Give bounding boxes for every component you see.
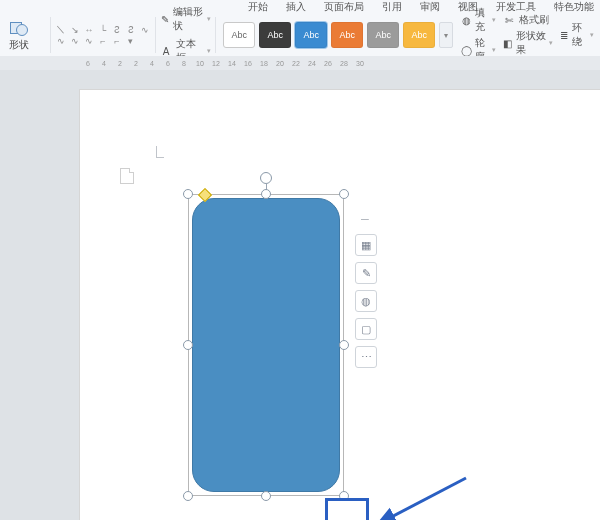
horizontal-ruler: 64224681012141618202224262830 bbox=[0, 56, 600, 70]
style-orange[interactable]: Abc bbox=[331, 22, 363, 48]
style-black[interactable]: Abc bbox=[259, 22, 291, 48]
minitool-fill-button[interactable]: ◍ bbox=[355, 290, 377, 312]
ruler-tick: 30 bbox=[352, 60, 368, 67]
ruler-tick: 4 bbox=[96, 60, 112, 67]
edit-shape-button[interactable]: ✎ 编辑形状 ▾ bbox=[160, 5, 211, 33]
annotation-arrow-icon bbox=[374, 476, 468, 520]
resize-handle-s[interactable] bbox=[261, 491, 271, 501]
shapes-label: 形状 bbox=[9, 38, 29, 52]
resize-handle-sw[interactable] bbox=[183, 491, 193, 501]
ruler-tick: 4 bbox=[144, 60, 160, 67]
ruler-tick: 14 bbox=[224, 60, 240, 67]
resize-handle-w[interactable] bbox=[183, 340, 193, 350]
ruler-tick: 12 bbox=[208, 60, 224, 67]
minitool-layout-button[interactable]: ▦ bbox=[355, 234, 377, 256]
shape-effect-button[interactable]: ◧ 形状效果 ▾ bbox=[502, 29, 553, 57]
tab-review[interactable]: 审阅 bbox=[420, 0, 440, 14]
wrap-button[interactable]: ≣ 环绕 ▾ bbox=[559, 21, 594, 49]
style-yellow[interactable]: Abc bbox=[403, 22, 435, 48]
wrap-label: 环绕 bbox=[572, 21, 587, 49]
ruler-tick: 22 bbox=[288, 60, 304, 67]
tab-reference[interactable]: 引用 bbox=[382, 0, 402, 14]
edit-shape-label: 编辑形状 bbox=[173, 5, 203, 33]
ruler-tick: 8 bbox=[176, 60, 192, 67]
curve3-icon: ∿ bbox=[83, 36, 95, 46]
ruler-tick: 20 bbox=[272, 60, 288, 67]
format-painter-icon: ✄ bbox=[502, 13, 516, 27]
ruler-tick: 6 bbox=[160, 60, 176, 67]
more-lines-icon: ▾ bbox=[125, 36, 137, 46]
ruler-tick: 18 bbox=[256, 60, 272, 67]
elbow-icon: ⌐ bbox=[97, 36, 109, 46]
minitool-minus-icon: – bbox=[355, 208, 375, 228]
ribbon-tabbar: 开始 插入 页面布局 引用 审阅 视图 开发工具 特色功能 bbox=[0, 0, 600, 14]
shape-style-gallery: Abc Abc Abc Abc Abc Abc ▾ bbox=[223, 22, 453, 48]
ruler-tick: 6 bbox=[80, 60, 96, 67]
shape-effect-label: 形状效果 bbox=[516, 29, 546, 57]
ruler-tick: 2 bbox=[112, 60, 128, 67]
tab-dev[interactable]: 开发工具 bbox=[496, 0, 536, 14]
minitool-edit-button[interactable]: ✎ bbox=[355, 262, 377, 284]
workspace: – ▦ ✎ ◍ ▢ ⋯ bbox=[0, 70, 600, 520]
ribbon: 形状 ＼ ↘ ↔ └ Ƨ Ƨ ∿ ∿ ∿ ∿ ⌐ ⌐ ▾ ✎ 编辑形状 ▾ bbox=[0, 14, 600, 57]
connector-z2-icon: Ƨ bbox=[125, 25, 137, 35]
shapes-button[interactable]: 形状 bbox=[8, 19, 30, 52]
line-double-icon: ↔ bbox=[83, 25, 95, 35]
ruler-tick: 16 bbox=[240, 60, 256, 67]
ruler-tick: 28 bbox=[336, 60, 352, 67]
divider bbox=[155, 17, 156, 53]
connector-z-icon: Ƨ bbox=[111, 25, 123, 35]
fill-button[interactable]: ◍ 填充 ▾ bbox=[461, 6, 496, 34]
annotation-highlight-box bbox=[325, 498, 369, 520]
wrap-icon: ≣ bbox=[559, 28, 569, 42]
fill-label: 填充 bbox=[475, 6, 490, 34]
rounded-rectangle-shape[interactable] bbox=[192, 198, 340, 492]
tab-layout[interactable]: 页面布局 bbox=[324, 0, 364, 14]
divider bbox=[215, 17, 216, 53]
ruler-tick: 10 bbox=[192, 60, 208, 67]
resize-handle-ne[interactable] bbox=[339, 189, 349, 199]
style-gray[interactable]: Abc bbox=[367, 22, 399, 48]
shape-effect-icon: ◧ bbox=[502, 36, 513, 50]
minitool-outline-button[interactable]: ▢ bbox=[355, 318, 377, 340]
connector-l-icon: └ bbox=[97, 25, 109, 35]
ruler-tick: 2 bbox=[128, 60, 144, 67]
curve2-icon: ∿ bbox=[69, 36, 81, 46]
edit-shape-icon: ✎ bbox=[160, 12, 171, 26]
fill-bucket-icon: ◍ bbox=[461, 13, 471, 27]
paragraph-mark-icon bbox=[120, 168, 134, 184]
shape-floating-toolbar: – ▦ ✎ ◍ ▢ ⋯ bbox=[355, 208, 377, 368]
connector-s-icon: ∿ bbox=[139, 25, 151, 35]
tab-start[interactable]: 开始 bbox=[248, 0, 268, 14]
minitool-more-button[interactable]: ⋯ bbox=[355, 346, 377, 368]
line-icon: ＼ bbox=[55, 25, 67, 35]
selected-shape[interactable] bbox=[188, 194, 344, 496]
elbow2-icon: ⌐ bbox=[111, 36, 123, 46]
tab-special[interactable]: 特色功能 bbox=[554, 0, 594, 14]
document-page[interactable]: – ▦ ✎ ◍ ▢ ⋯ bbox=[80, 90, 600, 520]
line-arrow-icon: ↘ bbox=[69, 25, 81, 35]
style-blue[interactable]: Abc bbox=[295, 22, 327, 48]
shapes-icon bbox=[8, 19, 30, 37]
format-painter-button[interactable]: ✄ 格式刷 bbox=[502, 13, 553, 27]
tab-insert[interactable]: 插入 bbox=[286, 0, 306, 14]
lines-gallery[interactable]: ＼ ↘ ↔ └ Ƨ Ƨ ∿ ∿ ∿ ∿ ⌐ ⌐ ▾ bbox=[55, 25, 151, 46]
divider bbox=[50, 17, 51, 53]
rotate-handle[interactable] bbox=[260, 172, 272, 184]
resize-handle-e[interactable] bbox=[339, 340, 349, 350]
outline-pen-icon: ◯ bbox=[461, 43, 472, 57]
curve-icon: ∿ bbox=[55, 36, 67, 46]
ruler-tick: 26 bbox=[320, 60, 336, 67]
shapes-group: 形状 bbox=[6, 14, 46, 56]
svg-line-0 bbox=[378, 478, 466, 520]
resize-handle-nw[interactable] bbox=[183, 189, 193, 199]
style-white[interactable]: Abc bbox=[223, 22, 255, 48]
resize-handle-n[interactable] bbox=[261, 189, 271, 199]
format-painter-label: 格式刷 bbox=[519, 13, 549, 27]
style-more-button[interactable]: ▾ bbox=[439, 22, 453, 48]
margin-corner-mark bbox=[150, 146, 164, 158]
ruler-tick: 24 bbox=[304, 60, 320, 67]
